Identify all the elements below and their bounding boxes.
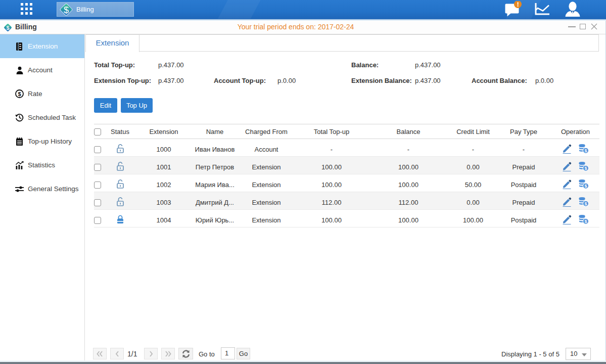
svg-text:$: $ [18,91,21,97]
svg-text:$: $ [584,166,587,171]
svg-text:$: $ [64,5,69,15]
svg-text:$: $ [584,219,587,224]
svg-text:$: $ [584,184,587,189]
svg-text:$: $ [584,201,587,206]
svg-text:$: $ [584,148,587,153]
